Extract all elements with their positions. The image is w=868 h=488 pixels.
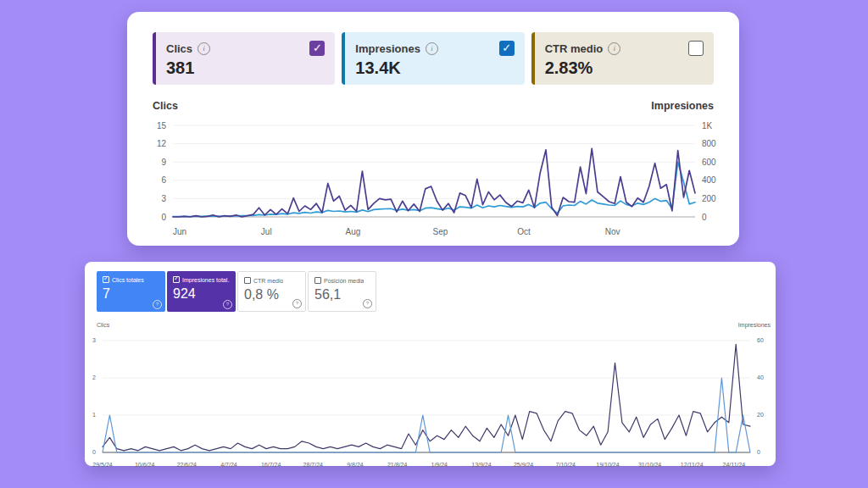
tile-label: CTR medio <box>253 278 283 284</box>
tile-label: Impresiones total.. <box>182 277 230 283</box>
left-axis-title: Clics <box>97 322 109 328</box>
checkbox[interactable] <box>244 277 251 284</box>
svg-text:12/11/24: 12/11/24 <box>681 462 704 468</box>
svg-text:22/6/24: 22/6/24 <box>177 462 197 468</box>
metric-card-clics[interactable]: Clics i 381 <box>153 32 335 85</box>
svg-text:6: 6 <box>161 175 166 185</box>
search-console-panel: Clics totales 7 ? Impresiones total.. 92… <box>85 262 776 466</box>
right-axis-title: Impresiones <box>738 322 771 328</box>
checkbox[interactable] <box>688 41 704 56</box>
svg-text:0: 0 <box>757 449 760 455</box>
tile-value: 0,8 % <box>244 287 299 302</box>
checkbox[interactable] <box>173 276 180 283</box>
svg-text:0: 0 <box>92 449 96 455</box>
svg-text:13/9/24: 13/9/24 <box>471 462 491 468</box>
svg-text:15: 15 <box>157 121 167 130</box>
svg-text:4/7/24: 4/7/24 <box>220 462 237 468</box>
help-icon[interactable]: ? <box>153 300 162 309</box>
svg-text:Nov: Nov <box>605 227 620 236</box>
help-icon[interactable]: ? <box>292 299 302 308</box>
metric-card-header: Impresiones i <box>355 41 514 56</box>
svg-text:3: 3 <box>161 194 166 203</box>
svg-text:24/11/24: 24/11/24 <box>723 462 746 468</box>
svg-text:7/10/24: 7/10/24 <box>556 462 576 468</box>
right-axis-title: Impresiones <box>651 100 714 112</box>
tile-label: Posición media <box>324 278 364 284</box>
svg-text:Aug: Aug <box>346 227 361 236</box>
tile-value: 7 <box>103 286 159 302</box>
tile-header: Impresiones total.. <box>173 276 230 283</box>
svg-text:28/7/24: 28/7/24 <box>303 462 323 468</box>
svg-text:400: 400 <box>702 175 716 185</box>
tile-value: 56,1 <box>314 287 370 302</box>
top-metrics-panel: Clics i 381 Impresiones i 13.4K CTR medi… <box>127 12 739 246</box>
tile-average-position[interactable]: Posición media 56,1 ? <box>308 271 376 312</box>
svg-text:Jul: Jul <box>261 227 272 236</box>
metric-card-header: Clics i <box>166 41 325 56</box>
checkbox[interactable] <box>309 41 325 56</box>
tile-header: Posición media <box>314 277 370 284</box>
tile-average-ctr[interactable]: CTR medio 0,8 % ? <box>237 271 306 312</box>
metric-card-impresiones[interactable]: Impresiones i 13.4K <box>342 32 524 85</box>
gsc-tiles-row: Clics totales 7 ? Impresiones total.. 92… <box>97 271 776 312</box>
svg-text:1/9/24: 1/9/24 <box>431 462 448 468</box>
checkbox[interactable] <box>499 41 515 56</box>
svg-text:1: 1 <box>92 412 96 418</box>
svg-text:10/6/24: 10/6/24 <box>135 462 154 468</box>
clicks-impressions-chart-bottom: 3210604020029/5/2410/6/2422/6/244/7/2416… <box>85 334 776 471</box>
svg-text:2: 2 <box>92 374 96 380</box>
metric-cards-row: Clics i 381 Impresiones i 13.4K CTR medi… <box>153 32 714 85</box>
svg-text:25/9/24: 25/9/24 <box>514 462 533 468</box>
tile-header: CTR medio <box>244 277 299 284</box>
metric-value: 381 <box>166 58 325 78</box>
metric-label: Impresiones <box>355 42 420 55</box>
tile-total-clicks[interactable]: Clics totales 7 ? <box>97 271 165 312</box>
metric-label: CTR medio <box>545 42 604 55</box>
svg-text:9/8/24: 9/8/24 <box>347 462 364 468</box>
svg-text:60: 60 <box>757 337 764 343</box>
checkbox[interactable] <box>314 277 321 284</box>
tile-total-impressions[interactable]: Impresiones total.. 924 ? <box>167 271 236 312</box>
metric-label: Clics <box>166 42 192 55</box>
help-icon[interactable]: ? <box>363 299 372 308</box>
info-icon[interactable]: i <box>198 42 210 55</box>
tile-label: Clics totales <box>112 277 144 283</box>
svg-text:200: 200 <box>702 194 716 203</box>
svg-text:12: 12 <box>157 139 167 148</box>
svg-text:600: 600 <box>702 158 716 167</box>
metric-value: 2.83% <box>545 58 704 78</box>
svg-text:29/5/24: 29/5/24 <box>92 462 112 468</box>
svg-text:800: 800 <box>702 139 716 148</box>
svg-text:Jun: Jun <box>173 227 186 236</box>
clicks-impressions-chart-top: 151296301K8006004002000JunJulAugSepOctNo… <box>153 120 737 239</box>
help-icon[interactable]: ? <box>223 300 232 309</box>
svg-text:3: 3 <box>92 337 96 343</box>
svg-text:0: 0 <box>702 213 707 222</box>
metric-card-header: CTR medio i <box>545 41 704 56</box>
svg-text:9: 9 <box>161 158 166 167</box>
checkbox[interactable] <box>103 276 109 283</box>
metric-value: 13.4K <box>355 58 514 78</box>
svg-text:Oct: Oct <box>517 227 531 236</box>
svg-text:16/7/24: 16/7/24 <box>261 462 281 468</box>
svg-text:20: 20 <box>757 412 764 418</box>
svg-text:1K: 1K <box>702 121 713 130</box>
metric-card-ctr[interactable]: CTR medio i 2.83% <box>531 32 714 85</box>
tile-header: Clics totales <box>103 276 159 283</box>
left-axis-title: Clics <box>153 100 178 112</box>
info-icon[interactable]: i <box>426 42 438 55</box>
chart-axis-titles: Clics Impresiones <box>153 100 714 112</box>
svg-text:Sep: Sep <box>432 227 448 236</box>
svg-text:40: 40 <box>757 374 764 380</box>
svg-text:0: 0 <box>161 213 166 222</box>
info-icon[interactable]: i <box>608 42 620 55</box>
svg-text:21/8/24: 21/8/24 <box>387 462 407 468</box>
svg-text:19/10/24: 19/10/24 <box>596 462 619 468</box>
svg-text:31/10/24: 31/10/24 <box>638 462 661 468</box>
tile-value: 924 <box>173 286 230 302</box>
